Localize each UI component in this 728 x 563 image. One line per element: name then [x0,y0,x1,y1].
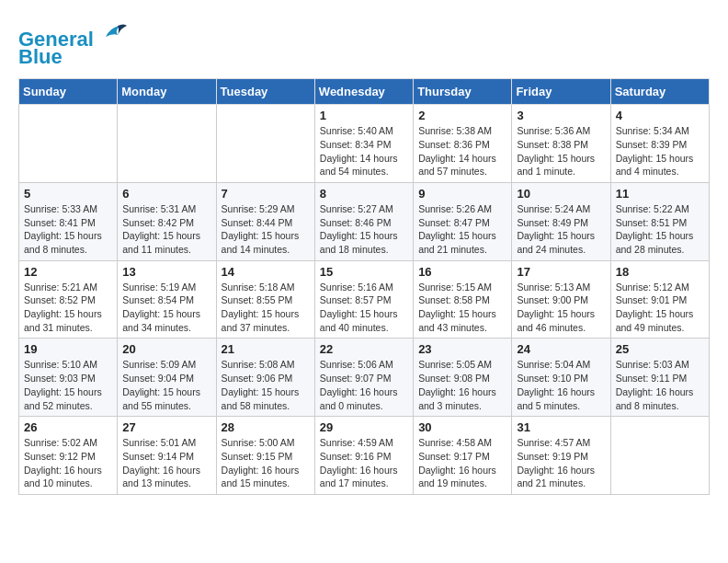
day-info: Sunrise: 5:00 AM Sunset: 9:15 PM Dayligh… [222,436,310,490]
calendar-cell: 25Sunrise: 5:03 AM Sunset: 9:11 PM Dayli… [610,339,709,417]
day-number: 27 [122,420,210,434]
day-number: 6 [122,187,210,201]
day-info: Sunrise: 5:36 AM Sunset: 8:38 PM Dayligh… [517,124,605,178]
calendar-week-row: 5Sunrise: 5:33 AM Sunset: 8:41 PM Daylig… [19,182,710,260]
day-number: 9 [418,187,506,201]
calendar-cell: 14Sunrise: 5:18 AM Sunset: 8:55 PM Dayli… [216,260,314,339]
calendar-cell: 30Sunrise: 4:58 AM Sunset: 9:17 PM Dayli… [414,417,512,495]
weekday-header: Sunday [19,79,118,105]
calendar-cell [216,105,314,183]
day-info: Sunrise: 5:18 AM Sunset: 8:55 PM Dayligh… [222,281,310,335]
calendar-cell: 20Sunrise: 5:09 AM Sunset: 9:04 PM Dayli… [118,339,216,417]
day-number: 12 [24,265,112,279]
calendar-cell: 5Sunrise: 5:33 AM Sunset: 8:41 PM Daylig… [19,182,118,260]
calendar-cell: 13Sunrise: 5:19 AM Sunset: 8:54 PM Dayli… [118,260,216,339]
calendar-cell: 12Sunrise: 5:21 AM Sunset: 8:52 PM Dayli… [19,260,118,339]
day-number: 22 [320,342,408,356]
day-info: Sunrise: 5:15 AM Sunset: 8:58 PM Dayligh… [418,281,506,335]
day-number: 1 [320,109,408,122]
day-info: Sunrise: 5:04 AM Sunset: 9:10 PM Dayligh… [517,358,605,412]
calendar-cell: 3Sunrise: 5:36 AM Sunset: 8:38 PM Daylig… [512,105,610,183]
calendar-cell: 7Sunrise: 5:29 AM Sunset: 8:44 PM Daylig… [216,182,314,260]
calendar-cell [19,105,118,183]
day-info: Sunrise: 5:40 AM Sunset: 8:34 PM Dayligh… [320,124,408,178]
calendar-cell [610,417,709,495]
day-number: 13 [122,265,210,279]
calendar-cell: 16Sunrise: 5:15 AM Sunset: 8:58 PM Dayli… [414,260,512,339]
day-info: Sunrise: 5:02 AM Sunset: 9:12 PM Dayligh… [24,436,112,490]
calendar-table: SundayMondayTuesdayWednesdayThursdayFrid… [18,78,710,495]
day-info: Sunrise: 4:57 AM Sunset: 9:19 PM Dayligh… [517,436,605,490]
day-number: 14 [222,265,310,279]
day-info: Sunrise: 5:22 AM Sunset: 8:51 PM Dayligh… [616,202,704,257]
day-info: Sunrise: 5:19 AM Sunset: 8:54 PM Dayligh… [122,281,210,335]
calendar-header-row: SundayMondayTuesdayWednesdayThursdayFrid… [19,79,710,105]
day-number: 23 [418,342,506,356]
day-number: 2 [418,109,506,122]
day-info: Sunrise: 4:58 AM Sunset: 9:17 PM Dayligh… [418,436,506,490]
day-info: Sunrise: 5:08 AM Sunset: 9:06 PM Dayligh… [222,358,310,412]
calendar-cell: 26Sunrise: 5:02 AM Sunset: 9:12 PM Dayli… [19,417,118,495]
day-info: Sunrise: 5:13 AM Sunset: 9:00 PM Dayligh… [517,281,605,335]
calendar-cell: 2Sunrise: 5:38 AM Sunset: 8:36 PM Daylig… [414,105,512,183]
calendar-cell: 19Sunrise: 5:10 AM Sunset: 9:03 PM Dayli… [19,339,118,417]
day-number: 26 [24,420,112,434]
calendar-week-row: 12Sunrise: 5:21 AM Sunset: 8:52 PM Dayli… [19,260,710,339]
calendar-cell: 23Sunrise: 5:05 AM Sunset: 9:08 PM Dayli… [414,339,512,417]
day-number: 5 [24,187,112,201]
calendar-cell: 24Sunrise: 5:04 AM Sunset: 9:10 PM Dayli… [512,339,610,417]
day-info: Sunrise: 5:29 AM Sunset: 8:44 PM Dayligh… [222,202,310,257]
weekday-header: Wednesday [314,79,413,105]
page-header: General Blue [18,18,710,69]
day-number: 8 [320,187,408,201]
calendar-cell: 6Sunrise: 5:31 AM Sunset: 8:42 PM Daylig… [118,182,216,260]
calendar-cell: 18Sunrise: 5:12 AM Sunset: 9:01 PM Dayli… [610,260,709,339]
day-number: 18 [616,265,704,279]
calendar-cell: 21Sunrise: 5:08 AM Sunset: 9:06 PM Dayli… [216,339,314,417]
calendar-cell: 11Sunrise: 5:22 AM Sunset: 8:51 PM Dayli… [610,182,709,260]
calendar-cell [118,105,216,183]
calendar-cell: 15Sunrise: 5:16 AM Sunset: 8:57 PM Dayli… [314,260,413,339]
day-info: Sunrise: 5:24 AM Sunset: 8:49 PM Dayligh… [517,202,605,257]
day-info: Sunrise: 5:33 AM Sunset: 8:41 PM Dayligh… [24,202,112,257]
weekday-header: Friday [512,79,610,105]
day-info: Sunrise: 5:21 AM Sunset: 8:52 PM Dayligh… [24,281,112,335]
day-number: 7 [222,187,310,201]
day-number: 25 [616,342,704,356]
weekday-header: Monday [118,79,216,105]
logo: General Blue [18,18,129,69]
calendar-cell: 17Sunrise: 5:13 AM Sunset: 9:00 PM Dayli… [512,260,610,339]
day-info: Sunrise: 4:59 AM Sunset: 9:16 PM Dayligh… [320,436,408,490]
day-number: 15 [320,265,408,279]
calendar-cell: 22Sunrise: 5:06 AM Sunset: 9:07 PM Dayli… [314,339,413,417]
day-number: 21 [222,342,310,356]
day-number: 10 [517,187,605,201]
day-number: 11 [616,187,704,201]
day-info: Sunrise: 5:31 AM Sunset: 8:42 PM Dayligh… [122,202,210,257]
calendar-cell: 27Sunrise: 5:01 AM Sunset: 9:14 PM Dayli… [118,417,216,495]
day-info: Sunrise: 5:12 AM Sunset: 9:01 PM Dayligh… [616,281,704,335]
day-info: Sunrise: 5:10 AM Sunset: 9:03 PM Dayligh… [24,358,112,412]
calendar-cell: 29Sunrise: 4:59 AM Sunset: 9:16 PM Dayli… [314,417,413,495]
day-info: Sunrise: 5:05 AM Sunset: 9:08 PM Dayligh… [418,358,506,412]
day-number: 3 [517,109,605,122]
day-info: Sunrise: 5:38 AM Sunset: 8:36 PM Dayligh… [418,124,506,178]
day-info: Sunrise: 5:09 AM Sunset: 9:04 PM Dayligh… [122,358,210,412]
day-info: Sunrise: 5:27 AM Sunset: 8:46 PM Dayligh… [320,202,408,257]
calendar-cell: 9Sunrise: 5:26 AM Sunset: 8:47 PM Daylig… [414,182,512,260]
day-info: Sunrise: 5:34 AM Sunset: 8:39 PM Dayligh… [616,124,704,178]
logo-bird-icon [101,18,129,46]
weekday-header: Tuesday [216,79,314,105]
calendar-cell: 28Sunrise: 5:00 AM Sunset: 9:15 PM Dayli… [216,417,314,495]
calendar-week-row: 19Sunrise: 5:10 AM Sunset: 9:03 PM Dayli… [19,339,710,417]
calendar-week-row: 26Sunrise: 5:02 AM Sunset: 9:12 PM Dayli… [19,417,710,495]
day-info: Sunrise: 5:06 AM Sunset: 9:07 PM Dayligh… [320,358,408,412]
day-info: Sunrise: 5:16 AM Sunset: 8:57 PM Dayligh… [320,281,408,335]
weekday-header: Thursday [414,79,512,105]
calendar-week-row: 1Sunrise: 5:40 AM Sunset: 8:34 PM Daylig… [19,105,710,183]
day-number: 30 [418,420,506,434]
calendar-cell: 1Sunrise: 5:40 AM Sunset: 8:34 PM Daylig… [314,105,413,183]
weekday-header: Saturday [610,79,709,105]
day-number: 20 [122,342,210,356]
day-info: Sunrise: 5:03 AM Sunset: 9:11 PM Dayligh… [616,358,704,412]
